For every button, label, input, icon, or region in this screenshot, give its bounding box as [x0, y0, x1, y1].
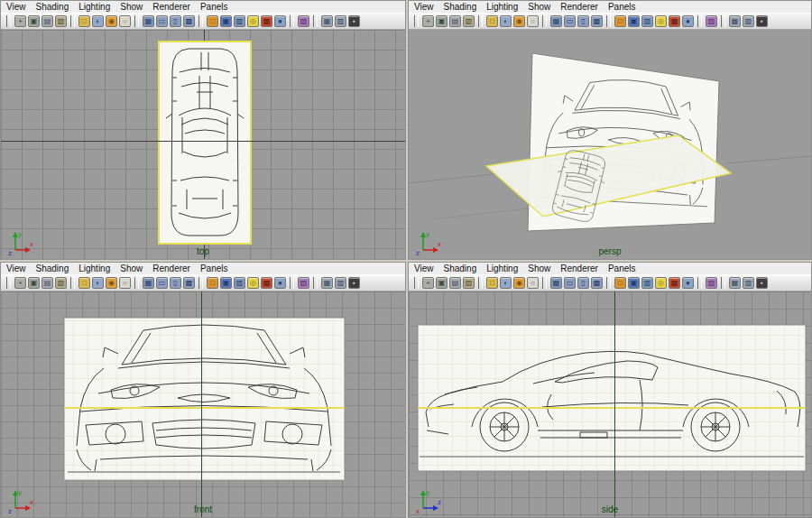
camera-attributes-icon[interactable]: ▣ — [436, 15, 448, 27]
viewport-canvas-front[interactable]: front y x z — [1, 291, 405, 517]
resolution-gate-icon[interactable]: ▯ — [170, 277, 181, 289]
film-gate-icon[interactable]: ▭ — [564, 277, 576, 289]
select-camera-icon[interactable]: + — [422, 277, 434, 289]
menu-lighting[interactable]: Lighting — [78, 2, 110, 12]
gate-mask-icon[interactable]: ▩ — [183, 15, 195, 27]
camera-bookmarks-icon[interactable]: ▤ — [42, 277, 53, 289]
use-default-lighting-icon[interactable]: ○ — [119, 15, 131, 27]
shaded-textured-icon[interactable]: ◉ — [513, 15, 525, 27]
gate-mask-icon[interactable]: ▩ — [591, 15, 603, 27]
grid-display-icon[interactable]: ▦ — [143, 277, 154, 289]
channels-icon[interactable]: ▪ — [348, 277, 360, 289]
menu-view[interactable]: View — [414, 264, 434, 273]
isolate-select-icon[interactable]: ▥ — [234, 15, 245, 27]
multi-pane-icon[interactable]: ▦ — [729, 277, 741, 289]
frame-selection-icon[interactable]: ▣ — [220, 15, 232, 27]
camera-attributes-icon[interactable]: ▣ — [436, 277, 448, 289]
menu-renderer[interactable]: Renderer — [560, 264, 598, 273]
menu-lighting[interactable]: Lighting — [78, 264, 110, 273]
gate-mask-icon[interactable]: ▩ — [183, 277, 195, 289]
film-gate-icon[interactable]: ▭ — [156, 277, 168, 289]
viewport-canvas-top[interactable]: top y x z — [1, 30, 405, 259]
menu-lighting[interactable]: Lighting — [486, 2, 518, 12]
hardware-texturing-icon[interactable]: ▩ — [261, 277, 272, 289]
film-gate-icon[interactable]: ▭ — [564, 15, 576, 27]
wireframe-display-icon[interactable]: □ — [486, 15, 498, 27]
shaded-textured-icon[interactable]: ◉ — [513, 277, 525, 289]
isolate-select-icon[interactable]: ▥ — [641, 277, 653, 289]
menu-show[interactable]: Show — [528, 264, 550, 273]
safe-frames-icon[interactable]: ▥ — [743, 15, 754, 27]
frame-all-icon[interactable]: □ — [207, 277, 218, 289]
frame-selection-icon[interactable]: ▣ — [628, 277, 640, 289]
scene-lights-icon[interactable]: ◎ — [655, 15, 667, 27]
channels-icon[interactable]: ▪ — [756, 15, 768, 27]
menu-show[interactable]: Show — [120, 264, 143, 273]
camera-bookmarks-icon[interactable]: ▤ — [449, 277, 461, 289]
frame-selection-icon[interactable]: ▣ — [220, 277, 232, 289]
camera-attributes-icon[interactable]: ▣ — [28, 277, 40, 289]
image-plane-icon[interactable]: ▧ — [55, 277, 67, 289]
multi-pane-icon[interactable]: ▦ — [321, 277, 333, 289]
menu-panels[interactable]: Panels — [200, 2, 228, 12]
select-camera-icon[interactable]: + — [14, 277, 26, 289]
use-default-lighting-icon[interactable]: ○ — [527, 15, 539, 27]
hardware-texturing-icon[interactable]: ▩ — [261, 15, 272, 27]
safe-frames-icon[interactable]: ▥ — [335, 277, 346, 289]
xray-display-icon[interactable]: ▨ — [706, 15, 717, 27]
smooth-shade-icon[interactable]: ◐ — [92, 277, 104, 289]
menu-panels[interactable]: Panels — [608, 2, 636, 12]
use-default-lighting-icon[interactable]: ○ — [527, 277, 539, 289]
image-plane-icon[interactable]: ▧ — [55, 15, 67, 27]
frame-selection-icon[interactable]: ▣ — [628, 15, 640, 27]
image-plane-icon[interactable]: ▧ — [463, 277, 475, 289]
menu-show[interactable]: Show — [120, 2, 143, 12]
frame-all-icon[interactable]: □ — [614, 15, 626, 27]
wireframe-display-icon[interactable]: □ — [486, 277, 498, 289]
hardware-texturing-icon[interactable]: ▩ — [669, 277, 680, 289]
menu-shading[interactable]: Shading — [36, 264, 69, 273]
use-default-lighting-icon[interactable]: ○ — [119, 277, 131, 289]
menu-renderer[interactable]: Renderer — [152, 2, 190, 12]
menu-view[interactable]: View — [6, 2, 26, 12]
film-gate-icon[interactable]: ▭ — [156, 15, 168, 27]
grid-display-icon[interactable]: ▦ — [550, 15, 562, 27]
menu-panels[interactable]: Panels — [200, 264, 228, 273]
camera-bookmarks-icon[interactable]: ▤ — [449, 15, 461, 27]
xray-display-icon[interactable]: ▨ — [706, 277, 717, 289]
grid-display-icon[interactable]: ▦ — [550, 277, 562, 289]
gate-mask-icon[interactable]: ▩ — [591, 277, 603, 289]
smooth-shade-icon[interactable]: ◐ — [500, 277, 512, 289]
default-material-icon[interactable]: ● — [274, 15, 286, 27]
shaded-textured-icon[interactable]: ◉ — [106, 277, 117, 289]
scene-lights-icon[interactable]: ◎ — [247, 15, 259, 27]
shaded-textured-icon[interactable]: ◉ — [106, 15, 117, 27]
resolution-gate-icon[interactable]: ▯ — [577, 15, 589, 27]
image-plane-icon[interactable]: ▧ — [463, 15, 475, 27]
menu-shading[interactable]: Shading — [36, 2, 69, 12]
menu-shading[interactable]: Shading — [444, 264, 477, 273]
safe-frames-icon[interactable]: ▥ — [335, 15, 346, 27]
image-plane-front[interactable] — [64, 318, 345, 480]
viewport-canvas-side[interactable]: side y z x — [409, 291, 811, 517]
resolution-gate-icon[interactable]: ▯ — [170, 15, 181, 27]
scene-lights-icon[interactable]: ◎ — [247, 277, 259, 289]
frame-all-icon[interactable]: □ — [207, 15, 218, 27]
default-material-icon[interactable]: ● — [682, 277, 694, 289]
wireframe-display-icon[interactable]: □ — [78, 277, 90, 289]
menu-panels[interactable]: Panels — [608, 264, 636, 273]
smooth-shade-icon[interactable]: ◐ — [92, 15, 104, 27]
camera-bookmarks-icon[interactable]: ▤ — [42, 15, 53, 27]
isolate-select-icon[interactable]: ▥ — [641, 15, 653, 27]
smooth-shade-icon[interactable]: ◐ — [500, 15, 512, 27]
frame-all-icon[interactable]: □ — [614, 277, 626, 289]
xray-display-icon[interactable]: ▨ — [298, 15, 309, 27]
camera-attributes-icon[interactable]: ▣ — [28, 15, 40, 27]
image-plane-top-selected[interactable] — [159, 42, 251, 244]
menu-renderer[interactable]: Renderer — [152, 264, 190, 273]
multi-pane-icon[interactable]: ▦ — [321, 15, 333, 27]
xray-display-icon[interactable]: ▨ — [298, 277, 309, 289]
menu-view[interactable]: View — [414, 2, 434, 12]
safe-frames-icon[interactable]: ▥ — [743, 277, 754, 289]
multi-pane-icon[interactable]: ▦ — [729, 15, 741, 27]
